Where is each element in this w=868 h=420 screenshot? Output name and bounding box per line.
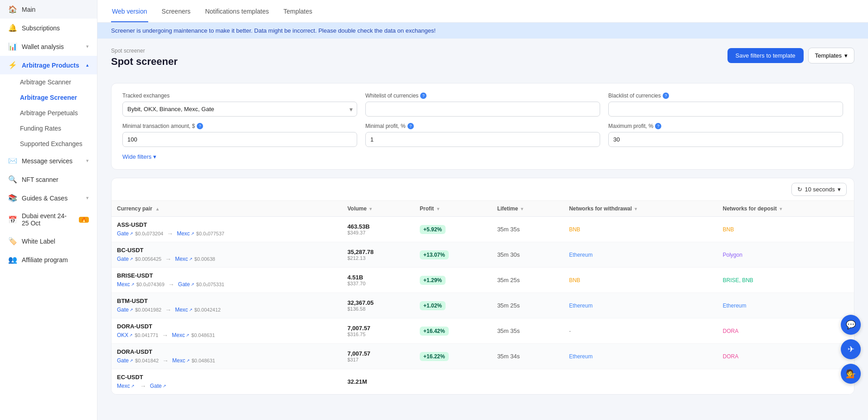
- from-exchange-link[interactable]: Gate ↗: [117, 230, 133, 237]
- sidebar-sub-item-funding-rates[interactable]: Funding Rates: [0, 121, 97, 136]
- sidebar-item-message-services[interactable]: ✉️ Message services ▾: [0, 151, 97, 170]
- cell-networks-withdrawal: Ethereum: [563, 293, 717, 318]
- tracked-exchanges-group: Tracked exchanges Bybit, OKX, Binance, M…: [122, 93, 357, 117]
- page-title: Spot screener: [111, 56, 178, 68]
- sidebar-item-main[interactable]: 🏠 Main: [0, 0, 97, 19]
- sidebar-item-white-label[interactable]: 🏷️ White Label: [0, 232, 97, 250]
- cell-profit: +1.02%: [414, 293, 492, 318]
- refresh-button[interactable]: ↻ 10 seconds ▾: [791, 183, 847, 196]
- wide-filters-button[interactable]: Wide filters ▾: [122, 153, 156, 160]
- to-exchange-link[interactable]: Mexc ↗: [175, 256, 193, 262]
- cell-currency-pair: BC-USDT Gate ↗ $0.0056425 → Mexc ↗ $0.00…: [112, 242, 342, 268]
- cell-volume: 4.51B $337.70: [342, 268, 414, 293]
- col-lifetime[interactable]: Lifetime ▾: [492, 201, 564, 217]
- cell-currency-pair: DORA-USDT OKX ↗ $0.041771 → Mexc ↗ $0.04…: [112, 318, 342, 344]
- lightning-icon: ⚡: [8, 61, 17, 69]
- cell-volume: 7,007.57 $317: [342, 344, 414, 369]
- sidebar-item-nft-scanner[interactable]: 🔍 NFT scanner: [0, 170, 97, 189]
- min-transaction-group: Minimal transaction amount, $ ?: [122, 123, 357, 147]
- to-exchange-link[interactable]: Gate ↗: [178, 281, 194, 288]
- col-profit[interactable]: Profit ▾: [414, 201, 492, 217]
- cell-currency-pair: EC-USDT Mexc ↗ → Gate ↗: [112, 369, 342, 395]
- cell-networks-withdrawal: Ethereum: [563, 344, 717, 369]
- cell-networks-withdrawal: BNB: [563, 217, 717, 242]
- cell-lifetime: 35m 25s: [492, 293, 564, 318]
- mail-icon: ✉️: [8, 156, 17, 165]
- chevron-down-icon: ▾: [844, 52, 848, 59]
- to-exchange-link[interactable]: Mexc ↗: [177, 230, 194, 237]
- sidebar-item-arbitrage-products[interactable]: ⚡ Arbitrage Products ▴: [0, 56, 97, 74]
- min-profit-input[interactable]: [365, 132, 600, 147]
- cell-networks-withdrawal: Ethereum: [563, 242, 717, 268]
- from-exchange-link[interactable]: Gate ↗: [117, 307, 133, 313]
- table-row: BTM-USDT Gate ↗ $0.0041982 → Mexc ↗ $0.0…: [112, 293, 854, 318]
- sidebar-item-dubai-event[interactable]: 📅 Dubai event 24-25 Oct 🔥: [0, 207, 97, 232]
- sidebar-sub-item-arbitrage-perpetuals[interactable]: Arbitrage Perpetuals: [0, 105, 97, 121]
- col-networks-withdrawal[interactable]: Networks for withdrawal ▾: [563, 201, 717, 217]
- sidebar-item-subscriptions[interactable]: 🔔 Subscriptions: [0, 19, 97, 37]
- sort-icon: ▾: [635, 206, 637, 211]
- from-exchange-link[interactable]: OKX ↗: [117, 332, 133, 338]
- max-profit-help-icon[interactable]: ?: [655, 123, 661, 129]
- col-networks-deposit[interactable]: Networks for deposit ▾: [718, 201, 854, 217]
- support-button[interactable]: 💁: [841, 364, 861, 384]
- sidebar-item-wallet-analysis[interactable]: 📊 Wallet analysis ▾: [0, 37, 97, 56]
- cell-lifetime: [492, 369, 564, 395]
- tab-web-version[interactable]: Web version: [111, 1, 148, 22]
- cell-volume: 463.53B $349.37: [342, 217, 414, 242]
- to-exchange-link[interactable]: Mexc ↗: [175, 307, 193, 313]
- blacklist-label: Blacklist of currencies ?: [608, 93, 843, 99]
- tab-templates[interactable]: Templates: [282, 1, 313, 22]
- to-exchange-link[interactable]: Mexc ↗: [172, 357, 190, 364]
- telegram-button[interactable]: ✈: [841, 339, 861, 359]
- cell-volume: 7,007.57 $316.75: [342, 318, 414, 344]
- templates-button[interactable]: Templates ▾: [808, 48, 854, 63]
- chat-bubble-button[interactable]: 💬: [841, 315, 861, 335]
- table-row: ASS-USDT Gate ↗ $0.0₅073204 → Mexc ↗ $0.…: [112, 217, 854, 242]
- from-exchange-link[interactable]: Mexc ↗: [117, 281, 135, 288]
- whitelist-label: Whitelist of currencies ?: [365, 93, 600, 99]
- cell-profit: +16.22%: [414, 344, 492, 369]
- chevron-down-icon: ▾: [86, 195, 89, 201]
- whitelist-help-icon[interactable]: ?: [420, 93, 427, 99]
- sort-icon: ▾: [780, 206, 782, 211]
- from-exchange-link[interactable]: Gate ↗: [117, 357, 133, 364]
- save-filters-button[interactable]: Save filters to template: [727, 48, 804, 63]
- cell-lifetime: 35m 25s: [492, 268, 564, 293]
- min-transaction-input[interactable]: [122, 132, 357, 147]
- sidebar-sub-item-arbitrage-screener[interactable]: Arbitrage Screener: [0, 90, 97, 105]
- float-buttons: 💬 ✈ 💁: [841, 315, 861, 384]
- cell-volume: 35,287.78 $212.13: [342, 242, 414, 268]
- cell-volume: 32.21M: [342, 369, 414, 395]
- from-exchange-link[interactable]: Mexc ↗: [117, 383, 135, 389]
- min-profit-help-icon[interactable]: ?: [407, 123, 414, 129]
- whitelist-input[interactable]: [365, 102, 600, 117]
- cell-lifetime: 35m 34s: [492, 344, 564, 369]
- col-currency-pair[interactable]: Currency pair ▲: [112, 201, 342, 217]
- scan-icon: 🔍: [8, 175, 17, 184]
- min-transaction-help-icon[interactable]: ?: [197, 123, 203, 129]
- cell-currency-pair: BRISE-USDT Mexc ↗ $0.0₅074369 → Gate ↗ $…: [112, 268, 342, 293]
- sidebar-sub-item-arbitrage-scanner[interactable]: Arbitrage Scanner: [0, 74, 97, 90]
- col-volume[interactable]: Volume ▾: [342, 201, 414, 217]
- fire-badge: 🔥: [79, 217, 89, 223]
- to-exchange-link[interactable]: Gate ↗: [150, 383, 166, 389]
- cell-profit: +1.29%: [414, 268, 492, 293]
- tab-screeners[interactable]: Screeners: [161, 1, 192, 22]
- tracked-exchanges-select[interactable]: Bybit, OKX, Binance, Mexc, Gate: [122, 102, 357, 117]
- blacklist-input[interactable]: [608, 102, 843, 117]
- from-exchange-link[interactable]: Gate ↗: [117, 256, 133, 262]
- cell-networks-deposit: BRISE, BNB: [718, 268, 854, 293]
- chevron-down-icon: ▾: [153, 153, 156, 160]
- blacklist-help-icon[interactable]: ?: [663, 93, 669, 99]
- whitelist-group: Whitelist of currencies ?: [365, 93, 600, 117]
- to-exchange-link[interactable]: Mexc ↗: [172, 332, 189, 338]
- sidebar-item-affiliate[interactable]: 👥 Affiliate program: [0, 250, 97, 269]
- sidebar-sub-item-supported-exchanges[interactable]: Supported Exchanges: [0, 136, 97, 151]
- tab-notifications-templates[interactable]: Notifications templates: [204, 1, 270, 22]
- cell-currency-pair: ASS-USDT Gate ↗ $0.0₅073204 → Mexc ↗ $0.…: [112, 217, 342, 242]
- sidebar-item-guides-cases[interactable]: 📚 Guides & Cases ▾: [0, 189, 97, 207]
- sort-icon: ▾: [369, 206, 372, 211]
- cell-networks-withdrawal: BNB: [563, 268, 717, 293]
- max-profit-input[interactable]: [608, 132, 843, 147]
